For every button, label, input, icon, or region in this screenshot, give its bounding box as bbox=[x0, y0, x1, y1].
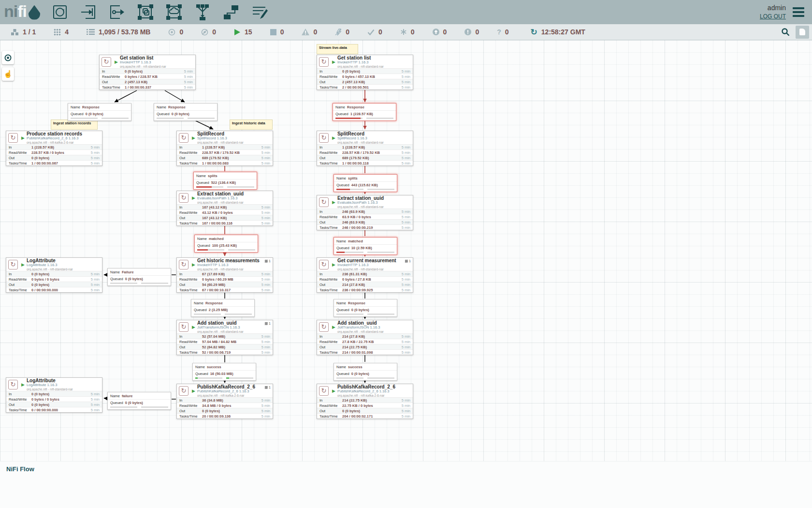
stat-value: 2 (457.13 KB) bbox=[342, 80, 402, 84]
stat-value: 52 (84.82 MB) bbox=[202, 345, 261, 349]
processor-bundle: org.apache.nifi - nifi-standard-nar bbox=[197, 268, 260, 271]
logout-link[interactable]: LOG OUT bbox=[760, 13, 786, 20]
stat-row-out: Out2 (457.13 KB)5 min bbox=[317, 79, 413, 84]
stat-label: Tasks/Time bbox=[179, 288, 202, 292]
connection-response-to-split-live[interactable]: NameResponseQueued1 (228.57 KB) bbox=[333, 103, 396, 121]
processor-logattribute-2[interactable]: ↻▶LogAttributeLogAttribute 1.16.3org.apa… bbox=[6, 377, 102, 413]
stat-label: Read/Write bbox=[319, 215, 342, 219]
stat-label: In bbox=[179, 145, 202, 149]
processor-logattribute-1[interactable]: ↻▶LogAttributeLogAttribute 1.16.3org.apa… bbox=[6, 257, 102, 293]
label-ingest-historic-data[interactable]: Ingest historic data bbox=[230, 120, 273, 130]
connection-path[interactable] bbox=[115, 90, 137, 102]
processor-get-station-list-live[interactable]: ↻▶Get station listInvokeHTTP 1.16.3org.a… bbox=[317, 55, 413, 90]
stat-value: 0 bytes / 0 bytes bbox=[31, 277, 91, 282]
stat-window: 5 min bbox=[261, 409, 270, 413]
locally-modified-count: 0 bbox=[411, 28, 415, 36]
search-button[interactable] bbox=[778, 26, 793, 38]
stat-value: 214 (27.8 KB) bbox=[342, 283, 402, 287]
stat-value: 0 (0 bytes) bbox=[31, 392, 91, 396]
flow-canvas[interactable]: ☝ NiFi Flow ↻▶Get station listInvokeHTTP… bbox=[0, 40, 812, 508]
panel-toggle-button[interactable] bbox=[796, 26, 809, 39]
stat-window: 5 min bbox=[261, 161, 270, 165]
breadcrumb[interactable]: NiFi Flow bbox=[0, 462, 34, 473]
stat-value: 67 (17.69 KB) bbox=[202, 272, 261, 276]
queued-label: Queued bbox=[194, 308, 207, 312]
stat-label: Tasks/Time bbox=[319, 414, 342, 418]
connection-name-value: matched bbox=[348, 239, 363, 243]
stat-value: 0 / 00:00:00.000 bbox=[31, 408, 91, 412]
queued-status: 1,095 / 53.78 MB bbox=[87, 28, 150, 36]
navigate-palette-toggle[interactable] bbox=[2, 51, 14, 64]
processor-extract-station-uuid-hist[interactable]: ↻▶Extract station_uuidEvaluateJsonPath 1… bbox=[176, 191, 273, 226]
processor-publishkafkarecord-live[interactable]: ↻▶PublishKafkaRecord_2_6PublishKafkaReco… bbox=[317, 384, 413, 419]
stat-label: In bbox=[9, 145, 31, 149]
stat-window: 5 min bbox=[261, 205, 270, 209]
stat-value: 228.57 KB / 179.52 KB bbox=[342, 150, 402, 155]
connection-success-live[interactable]: NamesuccessQueued0 (0 bytes) bbox=[334, 363, 397, 381]
stat-window: 5 min bbox=[402, 225, 410, 230]
processor-publishkafkarecord-hist[interactable]: ↻▶PublishKafkaRecord_2_6PublishKafkaReco… bbox=[176, 384, 273, 419]
connection-name-row: NameFailure bbox=[108, 269, 171, 275]
stat-value: 36 (34.8 MB) bbox=[202, 398, 261, 403]
refresh-icon[interactable]: ↻ bbox=[531, 27, 537, 37]
stat-value: 236 (61.31 KB) bbox=[342, 272, 402, 276]
stat-value: 1 / 00:00:00.083 bbox=[202, 161, 261, 165]
connection-splits-hist[interactable]: NamesplitsQueued522 (136.4 KB) bbox=[193, 172, 257, 190]
processor-splitrecord-hist[interactable]: ↻▶SplitRecordSplitRecord 1.16.3org.apach… bbox=[176, 131, 273, 166]
stat-value: 63.9 KB / 0 bytes bbox=[342, 215, 402, 219]
connection-name-label: Name bbox=[195, 365, 205, 369]
stat-label: In bbox=[9, 392, 31, 396]
queued-value: 0 (0 bytes) bbox=[86, 112, 103, 116]
template-component-icon[interactable] bbox=[222, 3, 240, 21]
queued-label: Queued bbox=[197, 243, 210, 248]
queued-label: Queued bbox=[336, 372, 349, 376]
processor-titles: PublishKafkaRecord_2_6PublishKafkaRecord… bbox=[197, 384, 255, 397]
processor-component-icon[interactable] bbox=[51, 3, 69, 21]
logo-text-fi: fi bbox=[17, 2, 27, 21]
label-ingest-station-records[interactable]: Ingest station records bbox=[51, 120, 98, 130]
processor-type: SplitRecord 1.16.3 bbox=[197, 136, 244, 140]
connection-response-live[interactable]: NameResponseQueued0 (0 bytes) bbox=[334, 299, 397, 317]
connection-response-to-split-hist[interactable]: NameResponseQueued0 (0 bytes) bbox=[154, 103, 218, 121]
operate-palette-toggle[interactable]: ☝ bbox=[2, 67, 14, 81]
label-component-icon[interactable] bbox=[250, 3, 269, 21]
remote-process-group-component-icon[interactable] bbox=[165, 3, 183, 21]
active-threads-badge: 1 bbox=[405, 259, 411, 263]
connection-failure-to-log-2[interactable]: NamefailureQueued0 (0 bytes) bbox=[107, 392, 171, 410]
global-menu-button[interactable] bbox=[793, 5, 812, 19]
process-group-component-icon[interactable] bbox=[136, 3, 155, 21]
connection-path[interactable] bbox=[165, 90, 185, 102]
connection-splits-live[interactable]: NamesplitsQueued443 (115.62 KB) bbox=[334, 174, 397, 192]
processor-add-station-uuid-live[interactable]: ↻▶Add station_uuidJoltTransformJSON 1.16… bbox=[317, 320, 413, 355]
connection-response-to-produce[interactable]: NameResponseQueued0 (0 bytes) bbox=[68, 103, 131, 121]
stat-value: 1 / 00:00:00.118 bbox=[342, 161, 402, 165]
input-port-component-icon[interactable] bbox=[79, 3, 98, 21]
stat-window: 5 min bbox=[261, 345, 270, 349]
processor-get-station-list-hist[interactable]: ↻▶Get station listInvokeHTTP 1.16.3org.a… bbox=[99, 55, 196, 90]
output-port-component-icon[interactable] bbox=[108, 3, 126, 21]
processor-icon: ↻ bbox=[319, 322, 329, 332]
stat-window: 5 min bbox=[91, 161, 100, 165]
connection-failure-to-log-1[interactable]: NameFailureQueued0 (0 bytes) bbox=[107, 268, 171, 286]
connection-matched-hist[interactable]: NamematchedQueued100 (25.43 KB) bbox=[194, 235, 258, 253]
stat-label: Out bbox=[319, 345, 342, 349]
label-stream-live-data[interactable]: Stream live-data bbox=[317, 44, 358, 54]
stopped-status: 0 bbox=[270, 28, 284, 36]
processor-titles: Get station listInvokeHTTP 1.16.3org.apa… bbox=[120, 55, 166, 68]
processor-get-historic-measurements[interactable]: ↻▶Get historic measurementsInvokeHTTP 1.… bbox=[176, 257, 273, 293]
connection-response-hist[interactable]: NameResponseQueued2 (3.25 MB) bbox=[191, 299, 255, 317]
stat-row-out: Out167 (43.12 KB)5 min bbox=[177, 215, 273, 220]
processor-icon: ↻ bbox=[179, 193, 188, 203]
processor-get-current-measurement[interactable]: ↻▶Get current measurementInvokeHTTP 1.16… bbox=[317, 257, 413, 293]
processor-add-station-uuid-hist[interactable]: ↻▶Add station_uuidJoltTransformJSON 1.16… bbox=[176, 320, 273, 355]
stat-row-out: Out689 (179.52 KB)5 min bbox=[317, 155, 413, 160]
connection-matched-live[interactable]: NamematchedQueued10 (2.59 KB) bbox=[334, 237, 397, 255]
processor-splitrecord-live[interactable]: ↻▶SplitRecordSplitRecord 1.16.3org.apach… bbox=[317, 131, 413, 166]
run-status-icon: ▶ bbox=[332, 262, 335, 267]
processor-extract-station-uuid-live[interactable]: ↻▶Extract station_uuidEvaluateJsonPath 1… bbox=[317, 195, 413, 230]
stat-row-read-write: Read/Write0 bytes / 228.57 KB5 min bbox=[100, 74, 195, 79]
processor-produce-station-records[interactable]: ↻▶Produce station recordsPublishKafkaRec… bbox=[6, 131, 102, 166]
connection-success-hist[interactable]: NamesuccessQueued16 (50.03 MB) bbox=[192, 363, 256, 381]
funnel-component-icon[interactable] bbox=[193, 3, 212, 21]
stat-value: 0 bytes / 457.13 KB bbox=[342, 75, 402, 79]
